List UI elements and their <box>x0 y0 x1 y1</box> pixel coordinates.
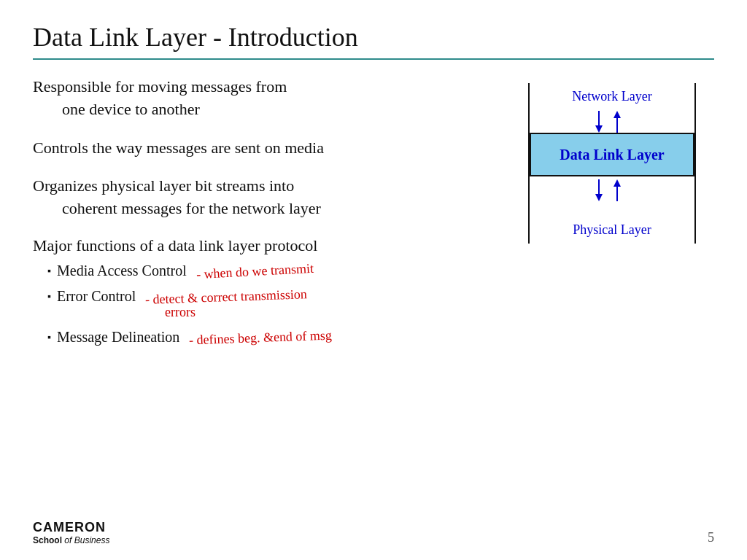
bullet-2: Controls the way messages are sent on me… <box>33 137 495 160</box>
slide: Data Link Layer - Introduction Responsib… <box>0 0 747 560</box>
list-item-ec: Error Control - detect & correct transmi… <box>47 288 495 320</box>
arrow-up-network <box>608 111 652 134</box>
slide-title: Data Link Layer - Introduction <box>33 22 714 52</box>
content-area: Responsible for moving messages from one… <box>33 76 714 354</box>
network-layer-label: Network Layer <box>521 89 703 104</box>
bullet-list: Media Access Control - when do we transm… <box>33 262 495 346</box>
handwritten-ec-line2: errors <box>165 305 307 320</box>
logo-area: CAMERON School of Business <box>33 520 109 545</box>
svg-marker-7 <box>614 179 621 187</box>
handwritten-mac: - when do we transmit <box>196 261 314 282</box>
handwritten-md: - defines beg. &end of msg <box>189 328 333 349</box>
logo-school: School of Business <box>33 535 109 545</box>
right-content: Network Layer Data Link Layer <box>510 76 714 354</box>
svg-marker-3 <box>614 111 621 118</box>
logo-cameron: CAMERON <box>33 520 109 535</box>
major-functions-title: Major functions of a data link layer pro… <box>33 236 495 255</box>
data-link-label: Data Link Layer <box>560 147 664 163</box>
data-link-box: Data Link Layer <box>530 133 694 176</box>
bullet-3: Organizes physical layer bit streams int… <box>33 175 495 220</box>
title-divider <box>33 58 714 60</box>
diagram-right-border <box>694 83 696 244</box>
list-item-mac: Media Access Control - when do we transm… <box>47 262 495 279</box>
bullet-1: Responsible for moving messages from one… <box>33 76 495 121</box>
left-content: Responsible for moving messages from one… <box>33 76 510 354</box>
arrow-up-physical <box>608 179 652 203</box>
layer-diagram: Network Layer Data Link Layer <box>521 83 703 244</box>
handwritten-ec: - detect & correct transmission <box>145 287 308 308</box>
svg-marker-5 <box>595 194 603 201</box>
svg-marker-1 <box>595 125 603 133</box>
list-item-md: Message Delineation - defines beg. &end … <box>47 329 495 346</box>
page-number: 5 <box>708 530 714 545</box>
footer: CAMERON School of Business 5 <box>33 520 714 545</box>
physical-layer-label: Physical Layer <box>521 222 703 238</box>
